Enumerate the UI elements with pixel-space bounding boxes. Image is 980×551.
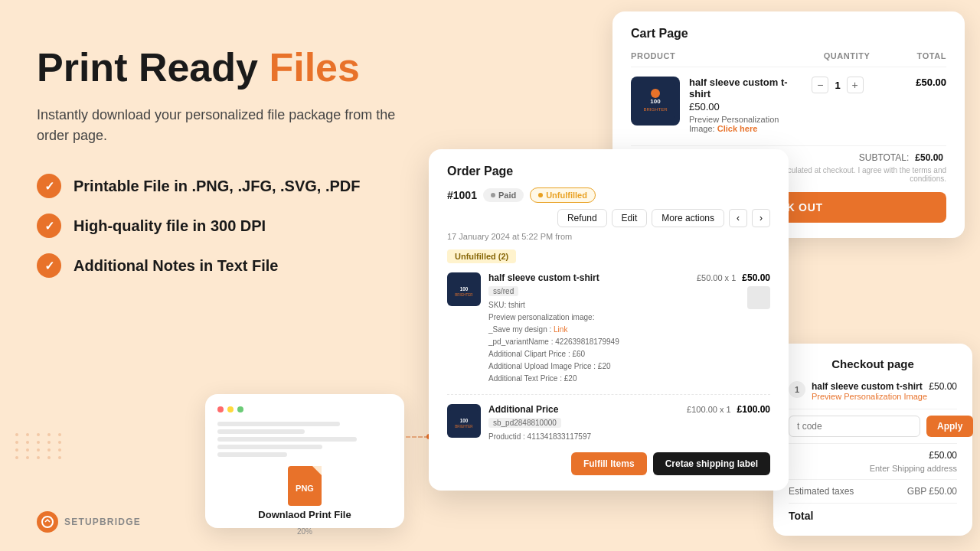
checkout-divider-1 <box>789 409 957 409</box>
order-item-1-info: half sleeve custom t-shirt ss/red SKU: t… <box>488 272 689 385</box>
cart-col-quantity: QUANTITY <box>808 51 885 60</box>
checkout-discount-row: Apply <box>789 416 957 437</box>
qty-increase-btn[interactable]: + <box>847 77 864 93</box>
create-shipping-label-button[interactable]: Cretae shipping label <box>653 452 770 475</box>
cart-product-row: 100 BRIGHTER half sleeve custom t-shirt … <box>631 77 946 133</box>
checkout-product-name: half sleeve custom t-shirt <box>812 381 927 392</box>
product-thumbnail: 100 BRIGHTER <box>631 77 680 126</box>
feature-item-1: Printable File in .PNG, .JFG, .SVG, .PDF <box>37 174 481 198</box>
order-item-1-detail: SKU: tshirt Preview personalization imag… <box>488 299 689 385</box>
main-title: Print Ready Files <box>37 46 481 90</box>
svg-text:100: 100 <box>460 286 469 292</box>
checkout-tax-row: Estimated taxes GBP £50.00 <box>789 486 957 497</box>
left-panel: Print Ready Files Instantly download you… <box>37 46 481 305</box>
checkout-preview-link[interactable]: Preview Personalization Image <box>812 392 927 401</box>
order-id: #1001 <box>447 189 477 201</box>
fulfill-items-button[interactable]: Fulfill Items <box>571 452 647 475</box>
checkout-divider-3 <box>789 479 957 480</box>
order-item-2-variant: sb_pd2848810000 <box>488 418 561 428</box>
svg-text:BRIGHTER: BRIGHTER <box>643 107 668 112</box>
logo-icon <box>37 511 58 533</box>
check-icon-3 <box>37 253 61 278</box>
qty-value: 1 <box>835 80 840 91</box>
logo-text: SETUPBRIDGE <box>64 517 141 527</box>
check-icon-2 <box>37 214 61 238</box>
cart-divider <box>631 145 946 146</box>
file-icon-area: PNG <box>288 466 322 506</box>
refund-button[interactable]: Refund <box>557 209 607 227</box>
checkout-product-price: £50.00 <box>929 381 957 392</box>
order-item-1-name: half sleeve custom t-shirt <box>488 272 689 283</box>
apply-button[interactable]: Apply <box>926 416 973 437</box>
unfulfilled-count-badge: Unfulfilled (2) <box>447 249 516 263</box>
checkout-divider-2 <box>789 443 957 444</box>
cart-header: PRODUCT QUANTITY TOTAL <box>631 51 946 67</box>
order-page-title: Order Page <box>447 165 770 178</box>
order-item-2: 100 BRIGHTER Additional Price sb_pd28488… <box>447 404 770 443</box>
order-header-row: #1001 Paid Unfulfilled Refund Edit More … <box>447 187 770 227</box>
file-icon: PNG <box>288 466 322 506</box>
paid-dot <box>491 193 495 197</box>
order-item-2-detail: Productid : 411341833117597 <box>488 431 679 443</box>
checkout-shipping-note: Enter Shipping address <box>789 464 957 473</box>
order-item-2-thumb: 100 BRIGHTER <box>447 404 481 438</box>
file-type-label: PNG <box>296 484 314 493</box>
order-item-1-preview-thumb <box>747 286 770 309</box>
order-item-1-pricing: £50.00 x 1 £50.00 <box>697 272 770 309</box>
order-date: 17 January 2024 at 5:22 PM from <box>447 232 770 241</box>
checkout-page-card: Checkout page 1 half sleeve custom t-shi… <box>773 344 972 536</box>
preview-link[interactable]: Click here <box>717 124 758 133</box>
download-card: PNG Downlaod Print File 20% <box>205 394 404 528</box>
connector-line <box>406 436 429 438</box>
order-item-2-pricing: £100.00 x 1 £100.00 <box>687 404 770 415</box>
progress-label: 20% <box>297 527 312 536</box>
card-window-dots <box>217 406 243 412</box>
order-item-1-variant: ss/red <box>488 286 518 296</box>
qty-decrease-btn[interactable]: − <box>812 77 828 93</box>
feature-item-3: Additional Notes in Text File <box>37 253 481 278</box>
svg-point-3 <box>651 89 660 98</box>
cart-page-title: Cart Page <box>631 27 946 41</box>
checkout-total-row: Total <box>789 510 957 522</box>
order-item-1-thumb: 100 BRIGHTER <box>447 272 481 306</box>
svg-point-10 <box>42 517 53 527</box>
checkout-subtotal-row: £50.00 <box>789 450 957 461</box>
more-actions-button[interactable]: More actions <box>652 209 724 227</box>
order-action-buttons: Refund Edit More actions ‹ › <box>557 209 770 227</box>
unfulfilled-dot <box>538 193 543 197</box>
order-item-2-info: Additional Price sb_pd2848810000 Product… <box>488 404 679 443</box>
checkout-step: 1 half sleeve custom t-shirt Preview Per… <box>789 381 957 401</box>
card-lines <box>217 422 392 460</box>
cart-col-product: PRODUCT <box>631 51 808 60</box>
decorative-dots-bottom-left <box>15 433 64 459</box>
discount-code-input[interactable] <box>789 416 920 437</box>
badge-unfulfilled: Unfulfilled <box>530 187 596 203</box>
order-item-1: 100 BRIGHTER half sleeve custom t-shirt … <box>447 272 770 395</box>
save-design-link[interactable]: Link <box>554 325 567 334</box>
order-nav-prev[interactable]: ‹ <box>729 209 747 227</box>
product-name: half sleeve custom t-shirt <box>689 77 790 99</box>
order-item-2-name: Additional Price <box>488 404 679 415</box>
svg-text:BRIGHTER: BRIGHTER <box>455 293 473 297</box>
product-total: £50.00 <box>885 77 946 88</box>
badge-paid: Paid <box>483 188 524 202</box>
product-price: £50.00 <box>689 101 790 112</box>
product-preview-link: Preview Personalization Image: Click her… <box>689 115 790 133</box>
svg-text:BRIGHTER: BRIGHTER <box>455 425 473 429</box>
feature-list: Printable File in .PNG, .JFG, .SVG, .PDF… <box>37 174 481 278</box>
step-number: 1 <box>789 381 805 398</box>
cart-col-total: TOTAL <box>885 51 946 60</box>
edit-button[interactable]: Edit <box>612 209 648 227</box>
order-nav-next[interactable]: › <box>752 209 770 227</box>
checkout-divider-4 <box>789 503 957 504</box>
order-page-card: Order Page #1001 Paid Unfulfilled Refund… <box>429 149 789 491</box>
checkout-page-title: Checkout page <box>789 357 957 370</box>
download-title: Downlaod Print File <box>258 509 351 520</box>
logo: SETUPBRIDGE <box>37 511 141 533</box>
order-bottom-buttons: Fulfill Items Cretae shipping label <box>447 452 770 475</box>
svg-text:100: 100 <box>460 418 469 423</box>
quantity-control: − 1 + <box>799 77 876 93</box>
feature-item-2: High-quality file in 300 DPI <box>37 214 481 238</box>
svg-text:100: 100 <box>650 98 661 105</box>
product-info: half sleeve custom t-shirt £50.00 Previe… <box>689 77 790 133</box>
